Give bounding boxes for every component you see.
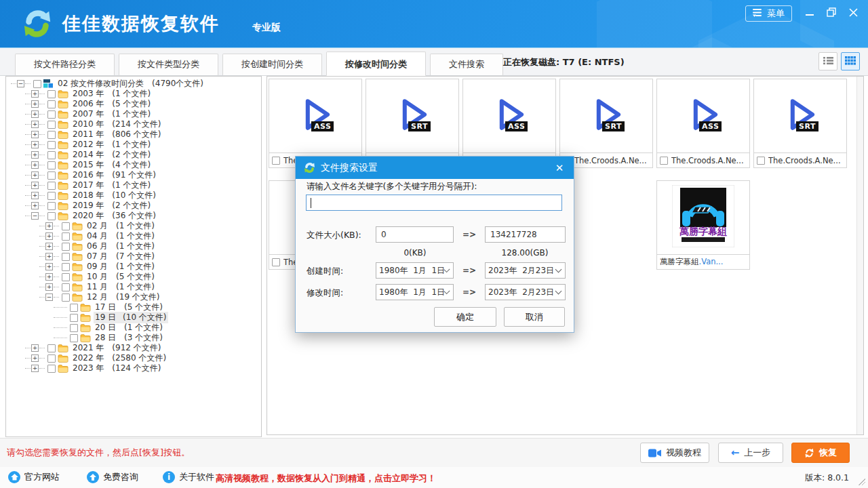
tree-row[interactable]: +2017 年(1 个文件) [6,180,261,190]
collapse-icon[interactable]: − [17,80,24,87]
tab-4[interactable]: 按修改时间分类 [326,52,426,76]
tab-2[interactable]: 按文件类型分类 [119,54,218,75]
expand-icon[interactable]: + [31,121,39,128]
video-tutorial-button[interactable]: 视频教程 [640,443,709,463]
expand-icon[interactable]: + [31,141,39,148]
expand-icon[interactable]: + [31,202,39,209]
expand-icon[interactable]: + [31,192,39,199]
expand-icon[interactable]: + [31,131,39,138]
collapse-icon[interactable]: − [45,293,53,301]
tree-checkbox[interactable] [47,161,56,169]
ok-button[interactable]: 确定 [434,307,496,327]
expand-icon[interactable]: + [45,222,53,230]
tab-3[interactable]: 按创建时间分类 [222,54,322,75]
menu-button[interactable]: 菜单 [745,5,792,22]
tree-row[interactable]: −12 月(19 个文件) [6,292,261,302]
free-consult-link[interactable]: 免费咨询 [87,471,138,483]
tree-checkbox[interactable] [62,273,70,281]
tree-row[interactable]: +2023 年(124 个文件) [6,363,261,373]
previous-step-button[interactable]: ← 上一步 [718,443,783,463]
expand-icon[interactable]: + [31,90,39,98]
expand-icon[interactable]: + [45,243,53,250]
tree-row[interactable]: −2020 年(36 个文件) [6,211,261,221]
file-cell[interactable]: ASSThe.Croods.A.Ne... [269,79,362,168]
maximize-button[interactable] [822,4,841,20]
expand-icon[interactable]: + [45,273,53,281]
modified-from-select[interactable]: 1980年 1月 1日 [376,284,454,300]
tree-row[interactable]: +2021 年(912 个文件) [6,343,261,353]
tree-row[interactable]: +2018 年(10 个文件) [6,190,261,201]
resize-grip[interactable] [859,479,865,485]
tree-checkbox[interactable] [62,243,70,251]
tree-checkbox[interactable] [47,202,56,210]
expand-icon[interactable]: + [31,182,39,189]
tree-row[interactable]: +2022 年(2580 个文件) [6,353,261,363]
created-to-select[interactable]: 2023年 2月23日 [485,262,566,279]
vertical-scrollbar[interactable] [856,77,863,434]
recover-button[interactable]: 恢复 [791,443,850,463]
tree-row[interactable]: 28 日(3 个文件) [6,333,261,343]
tree-row[interactable]: +09 月(1 个文件) [6,262,261,272]
tree-checkbox[interactable] [47,131,56,139]
file-checkbox[interactable] [272,258,280,266]
tree-checkbox[interactable] [70,334,78,342]
expand-icon[interactable]: + [31,161,39,169]
created-from-select[interactable]: 1980年 1月 1日 [376,262,454,279]
tree-row[interactable]: +2011 年(806 个文件) [6,129,261,140]
file-cell[interactable]: 萬勝字幕組萬勝字幕組.Van... [656,180,750,270]
grid-view-button[interactable] [841,52,860,70]
tree-row[interactable]: +04 月(1 个文件) [6,231,261,241]
tree-checkbox[interactable] [70,324,78,332]
tree-checkbox[interactable] [47,121,56,129]
tree-row[interactable]: +2014 年(2 个文件) [6,150,261,160]
expand-icon[interactable]: + [31,151,39,159]
file-cell[interactable]: SRTThe.Croods.A.Ne... [559,79,653,168]
tree-checkbox[interactable] [62,263,70,271]
tree-row[interactable]: +2015 年(4 个文件) [6,160,261,170]
cancel-button[interactable]: 取消 [504,307,565,327]
tree-checkbox[interactable] [62,253,70,261]
file-checkbox[interactable] [757,157,765,165]
modified-to-select[interactable]: 2023年 2月23日 [485,284,566,300]
promo-link[interactable]: 高清视频教程，数据恢复从入门到精通，点击立即学习！ [216,472,436,485]
tree-row[interactable]: +10 月(5 个文件) [6,272,261,282]
file-cell[interactable]: SRTThe.Croods.A.Ne... [753,79,847,168]
dialog-close-icon[interactable]: ✕ [552,161,567,176]
close-button[interactable] [844,4,863,20]
tree-row[interactable]: +11 月(1 个文件) [6,282,261,292]
expand-icon[interactable]: + [45,253,53,260]
tree-checkbox[interactable] [47,151,56,159]
file-checkbox[interactable] [272,157,280,165]
tree-row[interactable]: +07 月(7 个文件) [6,251,261,262]
expand-icon[interactable]: + [31,354,39,362]
file-cell[interactable]: ASSThe.Croods.A.Ne... [462,79,556,168]
tree-row[interactable]: +2012 年(1 个文件) [6,140,261,150]
tree-checkbox[interactable] [47,354,56,363]
tab-1[interactable]: 按文件路径分类 [15,54,115,75]
tree-checkbox[interactable] [62,283,70,291]
tree-row[interactable]: +06 月(1 个文件) [6,241,261,251]
list-view-button[interactable] [818,52,837,70]
tree-checkbox[interactable] [47,141,56,149]
tree-checkbox[interactable] [70,314,78,322]
tree-checkbox[interactable] [62,293,70,302]
tree-row[interactable]: 20 日(1 个文件) [6,323,261,333]
minimize-button[interactable] [800,4,819,20]
expand-icon[interactable]: + [45,263,53,270]
tree-checkbox[interactable] [47,192,56,200]
tree-checkbox[interactable] [47,110,56,119]
tree-checkbox[interactable] [47,212,56,220]
file-checkbox[interactable] [660,157,668,165]
expand-icon[interactable]: + [31,365,39,372]
tree-checkbox[interactable] [33,80,41,88]
tree-checkbox[interactable] [47,365,56,373]
tree-checkbox[interactable] [47,90,56,98]
tree-row[interactable]: +2006 年(5 个文件) [6,99,261,109]
tree-row[interactable]: +2016 年(91 个文件) [6,170,261,180]
size-from-input[interactable]: 0 [376,226,454,243]
tree-checkbox[interactable] [47,344,56,352]
tree-checkbox[interactable] [62,222,70,230]
tree-checkbox[interactable] [70,304,78,312]
expand-icon[interactable]: + [45,232,53,240]
expand-icon[interactable]: + [31,100,39,108]
